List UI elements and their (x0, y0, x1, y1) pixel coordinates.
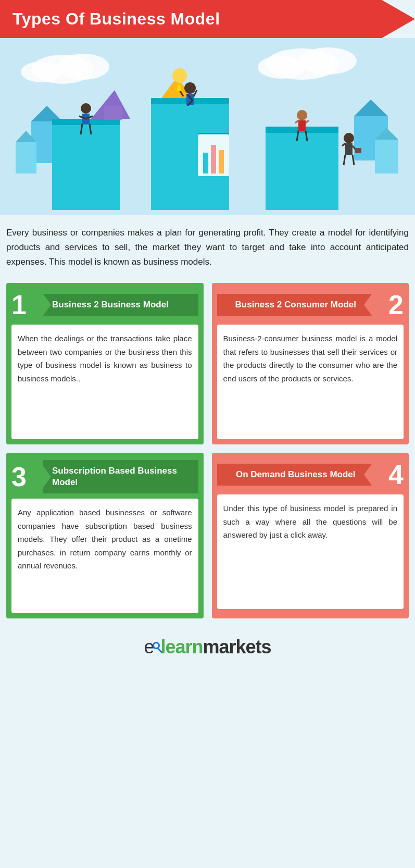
card-1-header: 1 Business 2 Business Model (6, 283, 204, 325)
svg-rect-54 (355, 148, 361, 153)
logo-e: e (144, 636, 154, 658)
svg-point-3 (21, 61, 62, 82)
logo-markets: markets (203, 636, 271, 658)
svg-rect-11 (16, 142, 36, 173)
card-4-title: On Demand Business Model (217, 464, 373, 486)
page-header: Types Of Business Model (0, 0, 415, 38)
svg-rect-13 (375, 140, 398, 173)
svg-rect-19 (266, 129, 338, 210)
svg-rect-22 (104, 106, 122, 120)
card-1-number: 1 (11, 291, 43, 318)
logo-learn: learn (160, 636, 203, 658)
card-2: 2 Business 2 Consumer Model Business-2-c… (212, 283, 409, 444)
footer-logo: elearnmarkets (0, 624, 415, 668)
card-1-body: When the dealings or the transactions ta… (11, 325, 198, 439)
svg-rect-15 (52, 121, 120, 210)
svg-point-30 (81, 103, 91, 114)
card-2-body: Business-2-consumer business model is a … (217, 325, 404, 439)
svg-point-50 (344, 133, 354, 143)
card-1-title: Business 2 Business Model (43, 294, 198, 316)
logo-cursor-icon (153, 642, 160, 649)
card-3-body: Any application based businesses or soft… (11, 499, 198, 613)
page-title: Types Of Business Model (12, 9, 403, 29)
svg-rect-26 (203, 153, 208, 173)
hero-image-area (0, 38, 415, 215)
card-4-body: Under this type of business model is pre… (217, 494, 404, 609)
card-2-number: 2 (372, 291, 404, 318)
card-4: 4 On Demand Business Model Under this ty… (212, 453, 409, 618)
svg-rect-28 (219, 150, 224, 173)
intro-paragraph: Every business or companies makes a plan… (0, 215, 415, 278)
svg-point-44 (297, 110, 307, 120)
card-3: 3 Subscription Based Business Model Any … (6, 453, 204, 618)
card-4-header: 4 On Demand Business Model (212, 453, 409, 494)
svg-rect-45 (298, 120, 306, 131)
card-3-title: Subscription Based Business Model (43, 460, 198, 493)
svg-point-24 (172, 68, 187, 83)
card-2-title: Business 2 Consumer Model (217, 294, 373, 316)
svg-point-2 (57, 54, 109, 80)
card-4-number: 4 (372, 461, 404, 488)
card-2-header: 2 Business 2 Consumer Model (212, 283, 409, 325)
card-3-header: 3 Subscription Based Business Model (6, 453, 204, 499)
cards-grid: 1 Business 2 Business Model When the dea… (0, 278, 415, 624)
svg-point-6 (258, 56, 305, 79)
svg-rect-40 (177, 85, 181, 91)
svg-point-36 (184, 82, 196, 94)
svg-rect-27 (211, 145, 216, 173)
svg-rect-51 (345, 143, 353, 155)
card-3-number: 3 (11, 463, 43, 490)
card-1: 1 Business 2 Business Model When the dea… (6, 283, 204, 444)
svg-point-5 (299, 47, 357, 75)
